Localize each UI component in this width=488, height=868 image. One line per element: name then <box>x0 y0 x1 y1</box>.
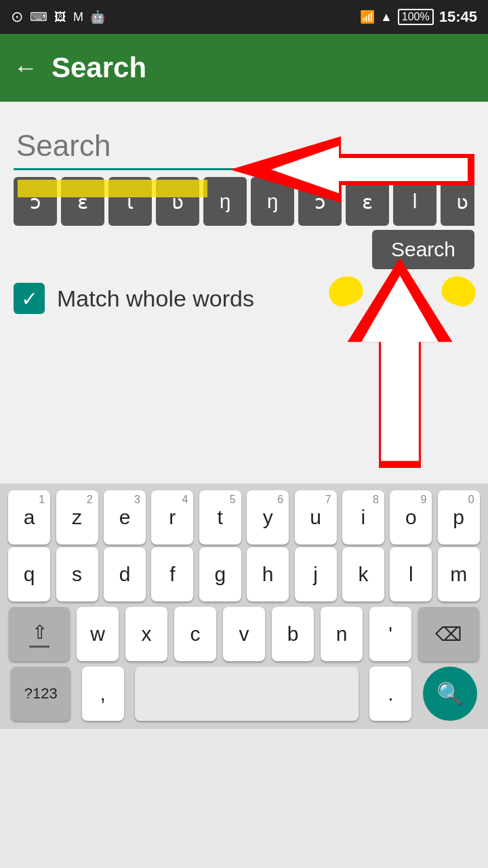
back-button[interactable]: ← <box>14 54 38 82</box>
image-icon: 🖼 <box>54 10 66 24</box>
sym-label: ?123 <box>24 685 58 703</box>
key-num-6: 6 <box>277 494 283 506</box>
key-n[interactable]: n <box>321 607 363 661</box>
key-g[interactable]: g <box>199 547 241 601</box>
key-l[interactable]: l <box>390 547 432 601</box>
android-icon: 🤖 <box>90 9 105 24</box>
key-o[interactable]: 9 o <box>390 490 432 545</box>
key-c[interactable]: c <box>174 607 216 661</box>
period-label: . <box>388 682 393 705</box>
key-w[interactable]: w <box>77 607 119 661</box>
key-u[interactable]: 7 u <box>295 490 337 545</box>
key-apostrophe[interactable]: ' <box>369 607 411 661</box>
key-num-7: 7 <box>325 494 331 506</box>
keyboard-search-button[interactable]: 🔍 <box>423 667 477 721</box>
key-num-9: 9 <box>420 494 426 506</box>
key-v[interactable]: v <box>223 607 265 661</box>
comma-key[interactable]: , <box>82 667 124 721</box>
comma-label: , <box>100 682 105 705</box>
key-num-3: 3 <box>134 494 140 506</box>
launcher-icon: ⊙ <box>11 8 23 26</box>
key-b[interactable]: b <box>272 607 314 661</box>
keyboard-row-2: q s d f g h j k l m <box>0 547 488 601</box>
key-num-8: 8 <box>373 494 379 506</box>
keyboard-bottom-row: ?123 , . 🔍 <box>0 667 488 729</box>
key-num-0: 0 <box>468 494 474 506</box>
key-p[interactable]: 0 p <box>438 490 480 545</box>
mail-icon: M <box>73 10 83 24</box>
shift-key[interactable]: ⇧ <box>9 607 70 661</box>
key-k[interactable]: k <box>342 547 384 601</box>
status-bar: ⊙ ⌨ 🖼 M 🤖 📶 ▲ 100% 15:45 <box>0 0 488 34</box>
keyboard: 1 a 2 z 3 e 4 r 5 t 6 y <box>0 484 488 729</box>
key-t[interactable]: 5 t <box>199 490 241 545</box>
key-d[interactable]: d <box>104 547 146 601</box>
key-num-4: 4 <box>182 494 188 506</box>
red-arrow-right <box>230 129 474 210</box>
battery-icon: 100% <box>398 9 434 25</box>
key-h[interactable]: h <box>247 547 289 601</box>
app-bar-title: Search <box>52 52 146 84</box>
delete-key[interactable]: ⌫ <box>418 607 479 661</box>
key-num-1: 1 <box>39 494 45 506</box>
status-time: 15:45 <box>439 8 477 26</box>
signal-icon: ▲ <box>380 10 392 24</box>
key-j[interactable]: j <box>295 547 337 601</box>
key-q[interactable]: q <box>8 547 50 601</box>
status-bar-left: ⊙ ⌨ 🖼 M 🤖 <box>11 8 105 26</box>
key-i[interactable]: 8 i <box>342 490 384 545</box>
period-key[interactable]: . <box>369 667 411 721</box>
app-bar: ← Search <box>0 34 488 102</box>
key-z[interactable]: 2 z <box>56 490 98 545</box>
key-m[interactable]: m <box>438 547 480 601</box>
red-arrow-up <box>339 251 461 468</box>
key-num-2: 2 <box>87 494 93 506</box>
match-whole-words-checkbox[interactable]: ✓ <box>14 283 45 314</box>
yellow-highlight-search-input <box>18 180 207 197</box>
key-e[interactable]: 3 e <box>104 490 146 545</box>
sym-key[interactable]: ?123 <box>11 667 70 721</box>
space-key[interactable] <box>135 667 359 721</box>
match-whole-words-label: Match whole words <box>57 285 254 312</box>
key-r[interactable]: 4 r <box>151 490 193 545</box>
wifi-icon: 📶 <box>360 9 375 24</box>
status-bar-right: 📶 ▲ 100% 15:45 <box>360 8 477 26</box>
key-x[interactable]: x <box>125 607 167 661</box>
keyboard-search-icon: 🔍 <box>436 681 464 707</box>
key-a[interactable]: 1 a <box>8 490 50 545</box>
backspace-icon: ⌫ <box>435 623 462 646</box>
keyboard-row-3: ⇧ w x c v b n ' ⌫ <box>0 607 488 661</box>
key-s[interactable]: s <box>56 547 98 601</box>
key-f[interactable]: f <box>151 547 193 601</box>
key-y[interactable]: 6 y <box>247 490 289 545</box>
keyboard-row-1: 1 a 2 z 3 e 4 r 5 t 6 y <box>0 490 488 545</box>
key-num-5: 5 <box>230 494 236 506</box>
keyboard-icon: ⌨ <box>30 9 47 24</box>
